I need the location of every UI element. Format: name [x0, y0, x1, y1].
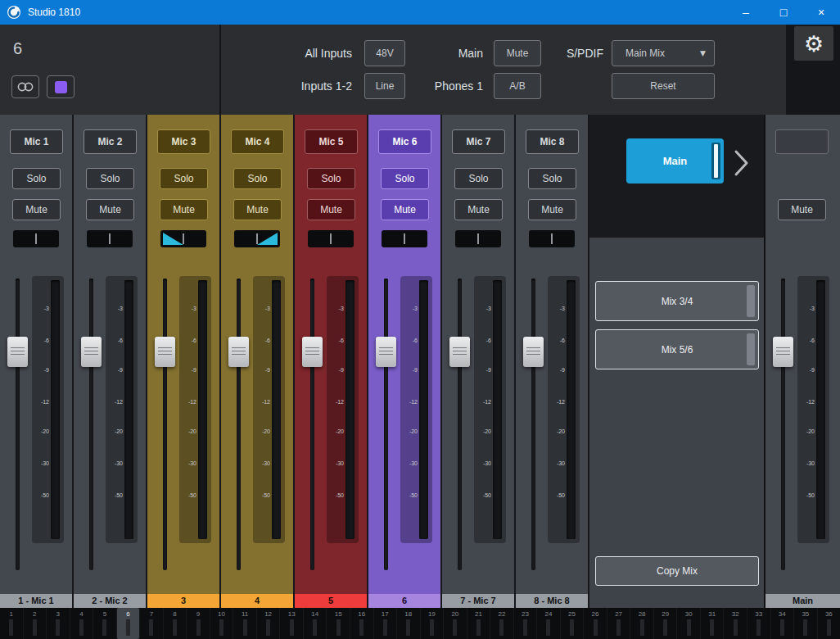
solo-button[interactable]: Solo [233, 168, 282, 189]
channel-name-button[interactable]: Mic 8 [526, 129, 579, 154]
fader-track[interactable] [781, 279, 785, 570]
fader-track[interactable] [310, 279, 314, 570]
fader-track[interactable] [89, 279, 93, 570]
mix-5-6-button[interactable]: Mix 5/6 [595, 329, 759, 369]
close-button[interactable]: × [802, 0, 840, 25]
mute-button[interactable]: Mute [454, 199, 503, 220]
copy-mix-button[interactable]: Copy Mix [595, 556, 759, 586]
mute-button[interactable]: Mute [233, 199, 282, 220]
fader-handle[interactable] [523, 337, 544, 367]
channel-name-button[interactable]: Mic 2 [84, 129, 137, 154]
settings-button[interactable]: ⚙ [794, 26, 833, 61]
bridge-channel-15[interactable]: 15 [326, 608, 350, 639]
channel-name-button[interactable]: Mic 5 [305, 129, 358, 154]
pan-control[interactable] [87, 230, 133, 247]
fader-handle[interactable] [155, 337, 175, 367]
bridge-channel-6[interactable]: 6 [116, 608, 140, 639]
bridge-channel-33[interactable]: 33 [747, 608, 770, 639]
fader-handle[interactable] [81, 337, 102, 367]
bridge-channel-18[interactable]: 18 [396, 608, 420, 639]
bridge-channel-13[interactable]: 13 [279, 608, 303, 639]
bridge-channel-14[interactable]: 14 [303, 608, 327, 639]
bridge-channel-36[interactable]: 36 [817, 608, 840, 639]
solo-button[interactable]: Solo [528, 168, 576, 189]
mute-button[interactable]: Mute [528, 199, 576, 220]
bridge-channel-1[interactable]: 1 [0, 608, 23, 639]
fader-handle[interactable] [773, 337, 793, 367]
bridge-channel-26[interactable]: 26 [583, 608, 607, 639]
fader-track[interactable] [163, 279, 167, 570]
fader-handle[interactable] [302, 337, 323, 367]
spdif-source-dropdown[interactable]: Main Mix ▼ [612, 40, 715, 66]
bridge-channel-7[interactable]: 7 [139, 608, 163, 639]
fader-track[interactable] [531, 279, 535, 570]
fader-track[interactable] [16, 279, 20, 570]
stereo-link-button[interactable] [11, 75, 39, 98]
phantom-48v-button[interactable]: 48V [364, 40, 405, 66]
bridge-channel-11[interactable]: 11 [233, 608, 256, 639]
fader-handle[interactable] [449, 337, 470, 367]
phones-ab-button[interactable]: A/B [494, 73, 541, 99]
main-mix-button[interactable]: Main [626, 138, 724, 184]
bridge-channel-4[interactable]: 4 [70, 608, 93, 639]
solo-button[interactable]: Solo [454, 168, 503, 189]
bridge-channel-3[interactable]: 3 [46, 608, 70, 639]
bridge-channel-25[interactable]: 25 [560, 608, 584, 639]
bridge-channel-16[interactable]: 16 [350, 608, 373, 639]
maximize-button[interactable]: □ [765, 0, 802, 25]
bridge-channel-23[interactable]: 23 [513, 608, 537, 639]
reset-button[interactable]: Reset [612, 73, 715, 99]
main-name-button[interactable] [775, 129, 829, 154]
mute-button[interactable]: Mute [307, 199, 355, 220]
pan-control[interactable] [234, 230, 280, 247]
fader-track[interactable] [384, 279, 388, 570]
mute-button[interactable]: Mute [778, 199, 826, 220]
bridge-channel-28[interactable]: 28 [630, 608, 653, 639]
fader-handle[interactable] [228, 337, 249, 367]
channel-name-button[interactable]: Mic 6 [378, 129, 431, 154]
pan-control[interactable] [13, 230, 59, 247]
main-mute-button[interactable]: Mute [494, 40, 541, 66]
minimize-button[interactable]: – [727, 0, 765, 25]
channel-name-button[interactable]: Mic 3 [157, 129, 210, 154]
line-button[interactable]: Line [364, 73, 405, 99]
chevron-right-icon[interactable] [734, 149, 750, 177]
solo-button[interactable]: Solo [86, 168, 134, 189]
bridge-channel-19[interactable]: 19 [420, 608, 444, 639]
bridge-channel-8[interactable]: 8 [163, 608, 187, 639]
mute-button[interactable]: Mute [381, 199, 429, 220]
pan-control[interactable] [160, 230, 206, 247]
bridge-channel-29[interactable]: 29 [653, 608, 677, 639]
pan-control[interactable] [308, 230, 354, 247]
solo-button[interactable]: Solo [381, 168, 429, 189]
bridge-channel-9[interactable]: 9 [186, 608, 210, 639]
pan-control[interactable] [455, 230, 501, 247]
bridge-channel-24[interactable]: 24 [536, 608, 560, 639]
pan-control[interactable] [529, 230, 575, 247]
bridge-channel-21[interactable]: 21 [467, 608, 490, 639]
channel-name-button[interactable]: Mic 4 [231, 129, 284, 154]
bridge-channel-17[interactable]: 17 [373, 608, 397, 639]
bridge-channel-22[interactable]: 22 [490, 608, 513, 639]
bridge-channel-34[interactable]: 34 [770, 608, 794, 639]
channel-name-button[interactable]: Mic 1 [10, 129, 63, 154]
channel-name-button[interactable]: Mic 7 [452, 129, 505, 154]
pan-control[interactable] [382, 230, 427, 247]
bridge-channel-2[interactable]: 2 [23, 608, 47, 639]
fader-handle[interactable] [7, 337, 28, 367]
bridge-channel-35[interactable]: 35 [793, 608, 817, 639]
mute-button[interactable]: Mute [86, 199, 134, 220]
bridge-channel-10[interactable]: 10 [210, 608, 233, 639]
mute-button[interactable]: Mute [160, 199, 208, 220]
channel-color-button[interactable] [47, 75, 75, 98]
bridge-channel-31[interactable]: 31 [700, 608, 724, 639]
solo-button[interactable]: Solo [160, 168, 208, 189]
bridge-channel-20[interactable]: 20 [443, 608, 467, 639]
bridge-channel-32[interactable]: 32 [723, 608, 747, 639]
solo-button[interactable]: Solo [307, 168, 355, 189]
bridge-channel-5[interactable]: 5 [93, 608, 116, 639]
bridge-channel-30[interactable]: 30 [676, 608, 700, 639]
bridge-channel-12[interactable]: 12 [256, 608, 280, 639]
mix-3-4-button[interactable]: Mix 3/4 [595, 281, 759, 321]
mute-button[interactable]: Mute [12, 199, 61, 220]
